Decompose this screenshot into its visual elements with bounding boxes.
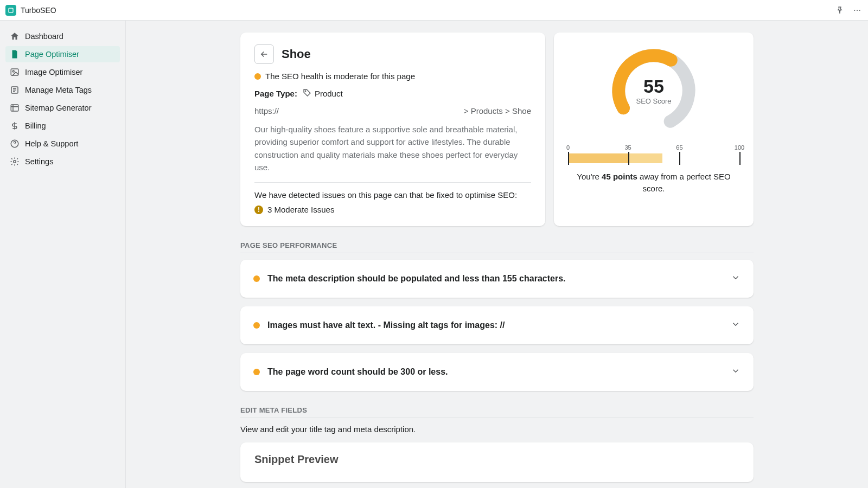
sidebar-item-settings[interactable]: Settings <box>5 153 120 170</box>
scale-tick-label: 65 <box>676 144 682 151</box>
svg-point-10 <box>305 91 306 92</box>
svg-point-1 <box>854 9 855 10</box>
app-name: TurboSEO <box>21 6 834 15</box>
sidebar-item-label: Manage Meta Tags <box>25 86 92 94</box>
more-icon[interactable] <box>852 5 863 16</box>
sidebar-item-dashboard[interactable]: Dashboard <box>5 28 120 44</box>
issue-text: The page word count should be 300 or les… <box>267 367 723 377</box>
sidebar-item-label: Help & Support <box>25 139 78 148</box>
sidebar-item-sitemap[interactable]: Sitemap Generator <box>5 100 120 116</box>
svg-point-9 <box>14 160 16 163</box>
sidebar-item-image-optimiser[interactable]: Image Optimiser <box>5 64 120 80</box>
sidebar-item-label: Billing <box>25 121 46 130</box>
issues-intro: We have detected issues on this page can… <box>254 190 531 200</box>
issue-row[interactable]: The page word count should be 300 or les… <box>240 353 754 391</box>
issue-text: The meta description should be populated… <box>267 274 723 284</box>
svg-rect-4 <box>11 69 18 75</box>
warning-badge-icon: ! <box>254 206 263 214</box>
svg-point-2 <box>857 9 858 10</box>
help-icon <box>10 139 20 149</box>
score-card: 55 SEO Score 0 35 65 100 <box>554 33 754 226</box>
svg-point-5 <box>12 70 14 72</box>
sidebar-item-label: Sitemap Generator <box>25 104 92 112</box>
snippet-title: Snippet Preview <box>254 453 739 466</box>
pin-icon[interactable] <box>834 5 845 16</box>
svg-point-3 <box>859 9 860 10</box>
status-dot-icon <box>254 73 261 80</box>
score-label: SEO Score <box>636 97 671 105</box>
meta-heading: EDIT META FIELDS <box>240 406 754 418</box>
status-dot-icon <box>253 369 260 375</box>
arrow-left-icon <box>259 49 269 59</box>
dollar-icon <box>10 121 20 131</box>
status-dot-icon <box>253 275 260 282</box>
score-message: You're 45 points away from a perfect SEO… <box>568 171 739 195</box>
chevron-down-icon <box>731 366 741 378</box>
page-info-card: Shoe The SEO health is moderate for this… <box>240 33 545 226</box>
performance-heading: PAGE SEO PERFORMANCE <box>240 241 754 253</box>
image-icon <box>10 67 20 77</box>
topbar: TurboSEO <box>0 0 868 21</box>
sidebar-item-help[interactable]: Help & Support <box>5 136 120 152</box>
score-scale: 0 35 65 100 <box>568 144 739 163</box>
score-gauge: 55 SEO Score <box>608 44 700 137</box>
sidebar-item-billing[interactable]: Billing <box>5 118 120 134</box>
scale-tick-label: 100 <box>735 144 744 151</box>
issue-row[interactable]: Images must have alt text. - Missing alt… <box>240 306 754 344</box>
page-title: Shoe <box>282 47 311 61</box>
main-content: Shoe The SEO health is moderate for this… <box>126 21 868 488</box>
sidebar-item-meta-tags[interactable]: Manage Meta Tags <box>5 82 120 98</box>
sidebar-item-label: Page Optimiser <box>25 50 79 59</box>
chevron-down-icon <box>731 319 741 331</box>
sidebar-item-page-optimiser[interactable]: Page Optimiser <box>5 46 120 62</box>
home-icon <box>10 31 20 41</box>
app-logo-icon <box>5 5 16 16</box>
meta-description: View and edit your title tag and meta de… <box>240 425 754 434</box>
snippet-preview-card: Snippet Preview <box>240 442 754 482</box>
url-prefix: https:// <box>254 106 279 115</box>
health-text: The SEO health is moderate for this page <box>265 72 415 81</box>
back-button[interactable] <box>254 44 274 64</box>
divider <box>254 182 531 183</box>
svg-rect-0 <box>9 8 13 12</box>
sidebar: Dashboard Page Optimiser Image Optimiser… <box>0 21 126 488</box>
status-dot-icon <box>253 322 260 329</box>
sidebar-item-label: Image Optimiser <box>25 68 82 76</box>
issue-text: Images must have alt text. - Missing alt… <box>267 320 723 330</box>
sitemap-icon <box>10 103 20 113</box>
tags-icon <box>10 85 20 95</box>
sidebar-item-label: Dashboard <box>25 32 63 41</box>
issue-row[interactable]: The meta description should be populated… <box>240 260 754 298</box>
page-type-label: Page Type: <box>254 89 297 98</box>
scale-tick-label: 35 <box>624 144 631 151</box>
breadcrumb: > Products > Shoe <box>464 106 531 115</box>
svg-rect-7 <box>11 105 18 111</box>
issues-summary: 3 Moderate Issues <box>267 205 334 214</box>
scale-tick-label: 0 <box>566 144 570 151</box>
score-value: 55 <box>643 76 664 97</box>
sidebar-item-label: Settings <box>25 157 53 166</box>
page-icon <box>10 49 20 59</box>
page-type-value: Product <box>315 89 343 98</box>
tag-icon <box>303 88 311 99</box>
chevron-down-icon <box>731 273 741 285</box>
page-description: Our high-quality shoes feature a support… <box>254 123 531 174</box>
gear-icon <box>10 157 20 166</box>
